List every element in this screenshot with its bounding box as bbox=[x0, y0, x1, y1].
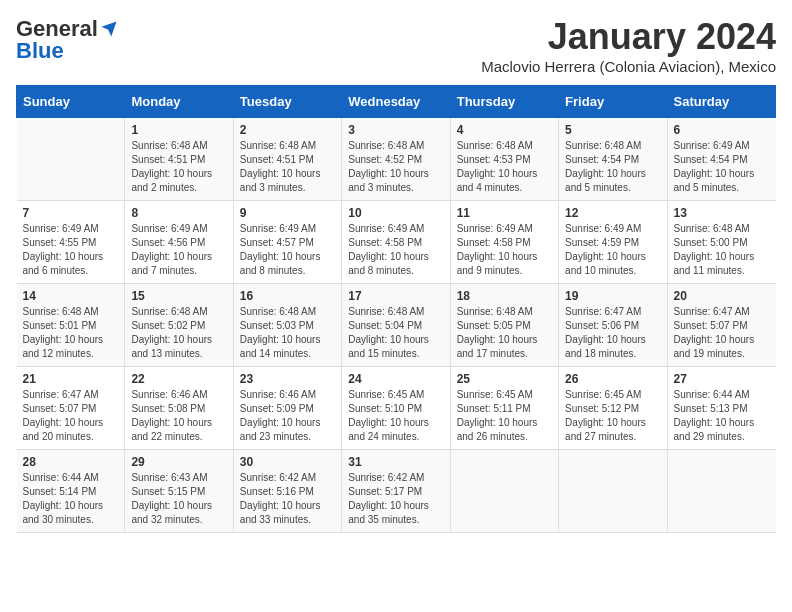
day-info: Sunrise: 6:45 AM Sunset: 5:10 PM Dayligh… bbox=[348, 388, 443, 444]
weekday-header-saturday: Saturday bbox=[667, 86, 775, 118]
day-info: Sunrise: 6:42 AM Sunset: 5:17 PM Dayligh… bbox=[348, 471, 443, 527]
logo-blue: Blue bbox=[16, 38, 64, 64]
calendar-cell: 16Sunrise: 6:48 AM Sunset: 5:03 PM Dayli… bbox=[233, 284, 341, 367]
day-number: 13 bbox=[674, 206, 770, 220]
day-number: 1 bbox=[131, 123, 226, 137]
day-number: 29 bbox=[131, 455, 226, 469]
week-row-2: 7Sunrise: 6:49 AM Sunset: 4:55 PM Daylig… bbox=[17, 201, 776, 284]
calendar-cell: 15Sunrise: 6:48 AM Sunset: 5:02 PM Dayli… bbox=[125, 284, 233, 367]
calendar-cell bbox=[450, 450, 558, 533]
calendar-cell: 9Sunrise: 6:49 AM Sunset: 4:57 PM Daylig… bbox=[233, 201, 341, 284]
day-info: Sunrise: 6:48 AM Sunset: 5:01 PM Dayligh… bbox=[23, 305, 119, 361]
calendar-cell: 25Sunrise: 6:45 AM Sunset: 5:11 PM Dayli… bbox=[450, 367, 558, 450]
calendar-cell: 10Sunrise: 6:49 AM Sunset: 4:58 PM Dayli… bbox=[342, 201, 450, 284]
week-row-3: 14Sunrise: 6:48 AM Sunset: 5:01 PM Dayli… bbox=[17, 284, 776, 367]
day-info: Sunrise: 6:45 AM Sunset: 5:12 PM Dayligh… bbox=[565, 388, 660, 444]
page-header: General Blue January 2024 Maclovio Herre… bbox=[16, 16, 776, 75]
day-number: 8 bbox=[131, 206, 226, 220]
day-info: Sunrise: 6:43 AM Sunset: 5:15 PM Dayligh… bbox=[131, 471, 226, 527]
calendar-cell: 19Sunrise: 6:47 AM Sunset: 5:06 PM Dayli… bbox=[559, 284, 667, 367]
day-number: 28 bbox=[23, 455, 119, 469]
calendar-cell: 22Sunrise: 6:46 AM Sunset: 5:08 PM Dayli… bbox=[125, 367, 233, 450]
day-number: 27 bbox=[674, 372, 770, 386]
day-info: Sunrise: 6:48 AM Sunset: 5:00 PM Dayligh… bbox=[674, 222, 770, 278]
day-info: Sunrise: 6:48 AM Sunset: 4:54 PM Dayligh… bbox=[565, 139, 660, 195]
calendar-cell: 31Sunrise: 6:42 AM Sunset: 5:17 PM Dayli… bbox=[342, 450, 450, 533]
day-info: Sunrise: 6:48 AM Sunset: 4:53 PM Dayligh… bbox=[457, 139, 552, 195]
day-info: Sunrise: 6:49 AM Sunset: 4:57 PM Dayligh… bbox=[240, 222, 335, 278]
day-info: Sunrise: 6:48 AM Sunset: 4:51 PM Dayligh… bbox=[131, 139, 226, 195]
day-number: 20 bbox=[674, 289, 770, 303]
logo-bird-icon bbox=[100, 20, 118, 38]
calendar-cell: 18Sunrise: 6:48 AM Sunset: 5:05 PM Dayli… bbox=[450, 284, 558, 367]
calendar-cell: 30Sunrise: 6:42 AM Sunset: 5:16 PM Dayli… bbox=[233, 450, 341, 533]
calendar-cell: 4Sunrise: 6:48 AM Sunset: 4:53 PM Daylig… bbox=[450, 118, 558, 201]
day-number: 19 bbox=[565, 289, 660, 303]
calendar-cell: 13Sunrise: 6:48 AM Sunset: 5:00 PM Dayli… bbox=[667, 201, 775, 284]
calendar-cell: 8Sunrise: 6:49 AM Sunset: 4:56 PM Daylig… bbox=[125, 201, 233, 284]
logo: General Blue bbox=[16, 16, 118, 64]
calendar-cell: 28Sunrise: 6:44 AM Sunset: 5:14 PM Dayli… bbox=[17, 450, 125, 533]
weekday-header-thursday: Thursday bbox=[450, 86, 558, 118]
calendar-cell: 11Sunrise: 6:49 AM Sunset: 4:58 PM Dayli… bbox=[450, 201, 558, 284]
day-number: 7 bbox=[23, 206, 119, 220]
weekday-header-friday: Friday bbox=[559, 86, 667, 118]
day-number: 22 bbox=[131, 372, 226, 386]
day-number: 11 bbox=[457, 206, 552, 220]
day-info: Sunrise: 6:49 AM Sunset: 4:58 PM Dayligh… bbox=[348, 222, 443, 278]
day-number: 15 bbox=[131, 289, 226, 303]
day-info: Sunrise: 6:48 AM Sunset: 4:52 PM Dayligh… bbox=[348, 139, 443, 195]
week-row-4: 21Sunrise: 6:47 AM Sunset: 5:07 PM Dayli… bbox=[17, 367, 776, 450]
day-number: 21 bbox=[23, 372, 119, 386]
calendar-cell: 14Sunrise: 6:48 AM Sunset: 5:01 PM Dayli… bbox=[17, 284, 125, 367]
day-number: 3 bbox=[348, 123, 443, 137]
calendar-cell: 17Sunrise: 6:48 AM Sunset: 5:04 PM Dayli… bbox=[342, 284, 450, 367]
calendar-cell: 7Sunrise: 6:49 AM Sunset: 4:55 PM Daylig… bbox=[17, 201, 125, 284]
day-info: Sunrise: 6:42 AM Sunset: 5:16 PM Dayligh… bbox=[240, 471, 335, 527]
week-row-5: 28Sunrise: 6:44 AM Sunset: 5:14 PM Dayli… bbox=[17, 450, 776, 533]
calendar-cell: 26Sunrise: 6:45 AM Sunset: 5:12 PM Dayli… bbox=[559, 367, 667, 450]
day-info: Sunrise: 6:48 AM Sunset: 5:03 PM Dayligh… bbox=[240, 305, 335, 361]
calendar-cell: 23Sunrise: 6:46 AM Sunset: 5:09 PM Dayli… bbox=[233, 367, 341, 450]
calendar-cell: 6Sunrise: 6:49 AM Sunset: 4:54 PM Daylig… bbox=[667, 118, 775, 201]
day-info: Sunrise: 6:46 AM Sunset: 5:09 PM Dayligh… bbox=[240, 388, 335, 444]
day-info: Sunrise: 6:48 AM Sunset: 5:05 PM Dayligh… bbox=[457, 305, 552, 361]
calendar-cell: 3Sunrise: 6:48 AM Sunset: 4:52 PM Daylig… bbox=[342, 118, 450, 201]
day-info: Sunrise: 6:47 AM Sunset: 5:07 PM Dayligh… bbox=[23, 388, 119, 444]
calendar-cell: 2Sunrise: 6:48 AM Sunset: 4:51 PM Daylig… bbox=[233, 118, 341, 201]
day-number: 9 bbox=[240, 206, 335, 220]
day-number: 10 bbox=[348, 206, 443, 220]
calendar-cell: 5Sunrise: 6:48 AM Sunset: 4:54 PM Daylig… bbox=[559, 118, 667, 201]
day-number: 17 bbox=[348, 289, 443, 303]
calendar-cell: 24Sunrise: 6:45 AM Sunset: 5:10 PM Dayli… bbox=[342, 367, 450, 450]
day-number: 26 bbox=[565, 372, 660, 386]
calendar-cell: 20Sunrise: 6:47 AM Sunset: 5:07 PM Dayli… bbox=[667, 284, 775, 367]
week-row-1: 1Sunrise: 6:48 AM Sunset: 4:51 PM Daylig… bbox=[17, 118, 776, 201]
calendar-cell: 27Sunrise: 6:44 AM Sunset: 5:13 PM Dayli… bbox=[667, 367, 775, 450]
day-number: 2 bbox=[240, 123, 335, 137]
month-title: January 2024 bbox=[481, 16, 776, 58]
day-info: Sunrise: 6:46 AM Sunset: 5:08 PM Dayligh… bbox=[131, 388, 226, 444]
weekday-header-row: SundayMondayTuesdayWednesdayThursdayFrid… bbox=[17, 86, 776, 118]
day-number: 16 bbox=[240, 289, 335, 303]
weekday-header-tuesday: Tuesday bbox=[233, 86, 341, 118]
calendar-cell: 21Sunrise: 6:47 AM Sunset: 5:07 PM Dayli… bbox=[17, 367, 125, 450]
day-info: Sunrise: 6:49 AM Sunset: 4:55 PM Dayligh… bbox=[23, 222, 119, 278]
day-number: 23 bbox=[240, 372, 335, 386]
calendar-cell: 12Sunrise: 6:49 AM Sunset: 4:59 PM Dayli… bbox=[559, 201, 667, 284]
day-number: 12 bbox=[565, 206, 660, 220]
calendar-cell: 29Sunrise: 6:43 AM Sunset: 5:15 PM Dayli… bbox=[125, 450, 233, 533]
day-info: Sunrise: 6:48 AM Sunset: 4:51 PM Dayligh… bbox=[240, 139, 335, 195]
day-info: Sunrise: 6:44 AM Sunset: 5:14 PM Dayligh… bbox=[23, 471, 119, 527]
day-number: 30 bbox=[240, 455, 335, 469]
day-info: Sunrise: 6:49 AM Sunset: 4:56 PM Dayligh… bbox=[131, 222, 226, 278]
day-info: Sunrise: 6:47 AM Sunset: 5:07 PM Dayligh… bbox=[674, 305, 770, 361]
weekday-header-monday: Monday bbox=[125, 86, 233, 118]
day-number: 24 bbox=[348, 372, 443, 386]
calendar-cell bbox=[559, 450, 667, 533]
title-section: January 2024 Maclovio Herrera (Colonia A… bbox=[481, 16, 776, 75]
day-number: 5 bbox=[565, 123, 660, 137]
day-info: Sunrise: 6:49 AM Sunset: 4:59 PM Dayligh… bbox=[565, 222, 660, 278]
day-info: Sunrise: 6:47 AM Sunset: 5:06 PM Dayligh… bbox=[565, 305, 660, 361]
calendar-cell bbox=[667, 450, 775, 533]
